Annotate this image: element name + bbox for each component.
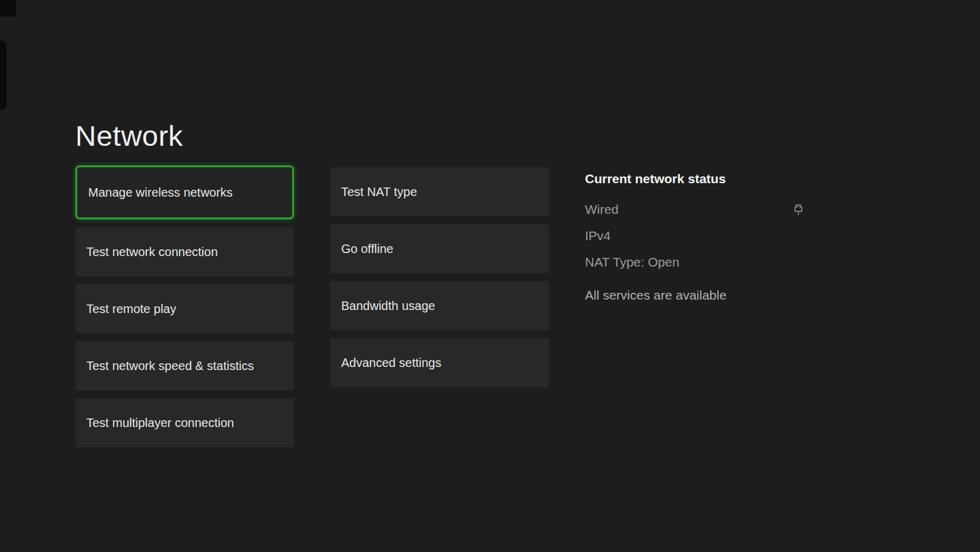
ip-version-value: IPv4 <box>585 229 611 243</box>
menu-column-left: Manage wireless networks Test network co… <box>75 165 294 447</box>
button-label: Bandwidth usage <box>341 299 435 313</box>
button-label: Manage wireless networks <box>88 186 233 200</box>
button-go-offline[interactable]: Go offline <box>330 224 549 273</box>
left-edge-tab <box>0 40 7 110</box>
button-test-multiplayer-connection[interactable]: Test multiplayer connection <box>75 398 294 447</box>
button-advanced-settings[interactable]: Advanced settings <box>330 338 549 387</box>
button-label: Test multiplayer connection <box>86 416 234 430</box>
current-network-status-panel: Current network status Wired IPv4 NAT Ty… <box>585 172 807 303</box>
button-label: Test network speed & statistics <box>86 359 254 373</box>
screen-corner-artifact <box>0 0 16 17</box>
button-test-remote-play[interactable]: Test remote play <box>75 284 294 333</box>
nat-type-value: NAT Type: Open <box>585 255 679 270</box>
button-test-nat-type[interactable]: Test NAT type <box>330 167 549 216</box>
status-row-ip-version: IPv4 <box>585 229 807 243</box>
button-test-network-speed-statistics[interactable]: Test network speed & statistics <box>75 341 294 390</box>
connection-type-value: Wired <box>585 202 619 217</box>
button-manage-wireless-networks[interactable]: Manage wireless networks <box>75 165 294 219</box>
page-title: Network <box>75 119 183 153</box>
status-row-nat-type: NAT Type: Open <box>585 255 807 270</box>
status-row-connection-type: Wired <box>585 202 807 217</box>
button-label: Advanced settings <box>341 356 441 370</box>
button-label: Test network connection <box>86 245 218 259</box>
button-label: Test NAT type <box>341 185 417 199</box>
button-label: Go offline <box>341 242 393 256</box>
button-label: Test remote play <box>86 302 176 316</box>
button-test-network-connection[interactable]: Test network connection <box>75 227 294 276</box>
services-availability-text: All services are available <box>585 288 807 303</box>
button-bandwidth-usage[interactable]: Bandwidth usage <box>330 281 549 330</box>
ethernet-plug-icon <box>794 204 803 216</box>
status-heading: Current network status <box>585 172 807 186</box>
menu-column-right: Test NAT type Go offline Bandwidth usage… <box>330 167 549 387</box>
